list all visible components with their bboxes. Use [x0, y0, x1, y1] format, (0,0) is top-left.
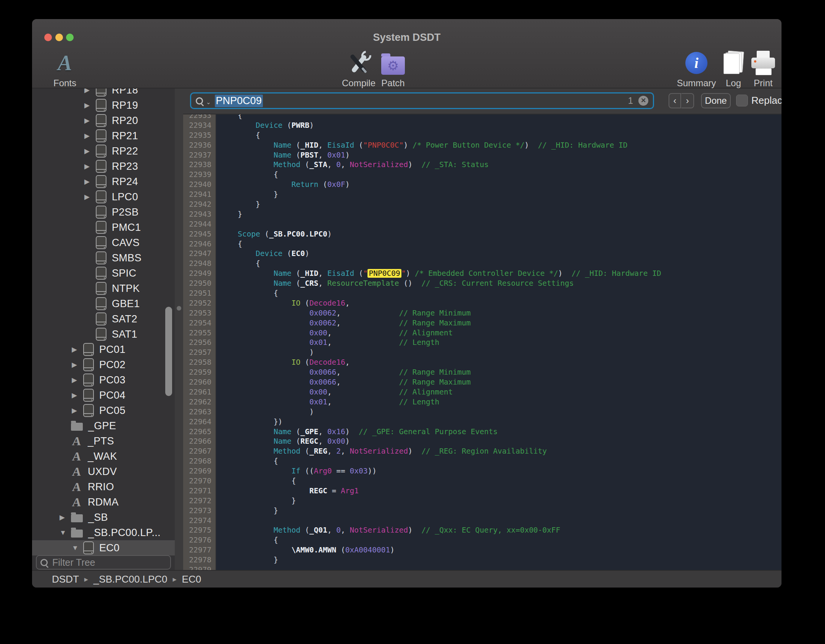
sidebar-item-rp23[interactable]: ▶RP23 [32, 159, 175, 174]
sidebar-item-cavs[interactable]: CAVS [32, 235, 175, 250]
disclosure-right-icon[interactable]: ▶ [84, 193, 96, 201]
disclosure-down-icon[interactable]: ▼ [60, 529, 71, 537]
print-button[interactable]: Print [738, 49, 781, 89]
device-icon [96, 99, 106, 112]
sidebar-item-pc05[interactable]: ▶PC05 [32, 403, 175, 418]
sidebar-item-gbe1[interactable]: GBE1 [32, 296, 175, 311]
disclosure-right-icon[interactable]: ▶ [84, 177, 96, 186]
disclosure-right-icon[interactable]: ▶ [84, 132, 96, 140]
disclosure-right-icon[interactable]: ▶ [84, 147, 96, 155]
disclosure-down-icon[interactable]: ▼ [72, 544, 83, 552]
fonts-button[interactable]: A Fonts [40, 49, 90, 89]
breadcrumb-item-dsdt[interactable]: DSDT [52, 573, 79, 585]
splitter-handle-icon[interactable] [177, 306, 181, 311]
sidebar-item-spic[interactable]: SPIC [32, 266, 175, 281]
filter-tree-input[interactable] [52, 557, 175, 568]
device-icon [96, 175, 106, 188]
pane-splitter[interactable] [175, 89, 183, 571]
method-icon: A [70, 450, 83, 462]
sidebar-item-label: _WAK [88, 451, 117, 462]
line-number: 22954 [183, 318, 215, 328]
sidebar-item-pc04[interactable]: ▶PC04 [32, 388, 175, 403]
sidebar-item--pts[interactable]: A_PTS [32, 433, 175, 449]
sidebar-item--wak[interactable]: A_WAK [32, 449, 175, 464]
folder-icon [71, 530, 83, 538]
disclosure-right-icon[interactable]: ▶ [72, 391, 83, 399]
filter-tree-field[interactable] [36, 555, 171, 570]
sidebar-item-p2sb[interactable]: P2SB [32, 204, 175, 220]
search-input[interactable]: ⌄ PNP0C09 1 ✕ [190, 92, 654, 109]
line-number: 22946 [183, 239, 215, 249]
sidebar-item-rdma[interactable]: ARDMA [32, 494, 175, 510]
line-number: 22941 [183, 190, 215, 200]
disclosure-right-icon[interactable]: ▶ [72, 406, 83, 415]
line-number: 22948 [183, 259, 215, 269]
code-line: 22975 Method (_Q01, 0, NotSerialized) //… [183, 525, 781, 535]
line-number: 22968 [183, 456, 215, 466]
device-icon [83, 343, 94, 356]
breadcrumb-item-ec0[interactable]: EC0 [182, 573, 201, 585]
sidebar-scrollbar-thumb[interactable] [165, 307, 172, 396]
window-title: System DSDT [32, 32, 781, 43]
sidebar-item--sb-pc00-lp-[interactable]: ▼_SB.PC00.LP... [32, 525, 175, 540]
disclosure-right-icon[interactable]: ▶ [84, 116, 96, 125]
sidebar-item-rp18[interactable]: ▶RP18 [32, 89, 175, 98]
line-number: 22933 [183, 114, 215, 121]
sidebar-item-smbs[interactable]: SMBS [32, 250, 175, 266]
sidebar-item--gpe[interactable]: _GPE [32, 418, 175, 433]
disclosure-right-icon[interactable]: ▶ [84, 89, 96, 94]
sidebar-item-lpc0[interactable]: ▶LPC0 [32, 189, 175, 204]
line-number: 22958 [183, 357, 215, 367]
clear-search-icon[interactable]: ✕ [638, 96, 648, 106]
sidebar-item-ec0[interactable]: ▼EC0 [32, 540, 175, 555]
sidebar-item-sat1[interactable]: SAT1 [32, 327, 175, 342]
find-next-button[interactable]: › [682, 93, 694, 108]
done-button[interactable]: Done [701, 93, 731, 108]
sidebar-item-rp20[interactable]: ▶RP20 [32, 113, 175, 128]
breadcrumb-item--sb-pc00-lpc0[interactable]: _SB.PC00.LPC0 [93, 573, 168, 585]
code-line: 22946 { [183, 239, 781, 249]
sidebar-item-pc02[interactable]: ▶PC02 [32, 357, 175, 372]
disclosure-right-icon[interactable]: ▶ [60, 513, 71, 522]
line-number: 22934 [183, 121, 215, 130]
code-line: 22978 } [183, 555, 781, 565]
patch-button[interactable]: ⚙ Patch [368, 49, 418, 89]
folder-icon [71, 423, 83, 431]
sidebar-item-uxdv[interactable]: AUXDV [32, 464, 175, 479]
code-line: 22973 } [183, 506, 781, 516]
sidebar-item-label: GBE1 [112, 298, 140, 310]
code-line: 22944 [183, 219, 781, 229]
line-number: 22955 [183, 328, 215, 338]
code-lines: 22933 {22934 Device (PWRB)22935 {22936 N… [183, 114, 781, 571]
sidebar-item-pc03[interactable]: ▶PC03 [32, 372, 175, 388]
replace-checkbox[interactable] [736, 95, 748, 106]
sidebar-item-label: _SB.PC00.LP... [88, 527, 161, 539]
disclosure-right-icon[interactable]: ▶ [84, 162, 96, 171]
sidebar-item-pc01[interactable]: ▶PC01 [32, 342, 175, 357]
sidebar-item-label: PC05 [99, 405, 126, 417]
sidebar-item-sat2[interactable]: SAT2 [32, 311, 175, 327]
search-value: PNP0C09 [215, 95, 263, 107]
chevron-down-icon[interactable]: ⌄ [206, 99, 211, 106]
code-line: 22935 { [183, 130, 781, 140]
find-previous-button[interactable]: ‹ [669, 93, 681, 108]
sidebar-item-rp24[interactable]: ▶RP24 [32, 174, 175, 189]
sidebar-item-rp22[interactable]: ▶RP22 [32, 143, 175, 159]
sidebar-item-ntpk[interactable]: NTPK [32, 281, 175, 296]
code-line: 22937 Name (PBST, 0x01) [183, 150, 781, 160]
code-line: 22953 0x0062, // Range Minimum [183, 308, 781, 318]
sidebar-item-rrio[interactable]: ARRIO [32, 479, 175, 494]
sidebar-item-pmc1[interactable]: PMC1 [32, 220, 175, 235]
disclosure-right-icon[interactable]: ▶ [72, 345, 83, 354]
disclosure-right-icon[interactable]: ▶ [72, 361, 83, 369]
code-line: 22965 Name (_GPE, 0x16) // _GPE: General… [183, 427, 781, 437]
code-line: 22940 Return (0x0F) [183, 180, 781, 190]
disclosure-right-icon[interactable]: ▶ [84, 101, 96, 109]
sidebar-item--sb[interactable]: ▶_SB [32, 510, 175, 525]
device-icon [83, 374, 94, 386]
sidebar-item-rp21[interactable]: ▶RP21 [32, 128, 175, 143]
code-editor[interactable]: 22933 {22934 Device (PWRB)22935 {22936 N… [183, 114, 781, 571]
sidebar-item-rp19[interactable]: ▶RP19 [32, 98, 175, 113]
disclosure-right-icon[interactable]: ▶ [72, 376, 83, 384]
method-icon: A [70, 465, 83, 478]
